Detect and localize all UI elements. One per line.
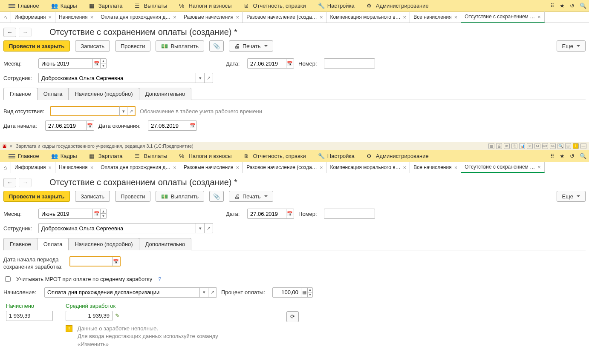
tab-6[interactable]: Все начисления×: [410, 11, 461, 23]
calendar-icon[interactable]: 📅: [286, 209, 294, 218]
tab-0[interactable]: Информация×: [11, 11, 55, 23]
date-field[interactable]: 📅: [247, 209, 294, 219]
tb-icon[interactable]: M: [534, 143, 540, 149]
calendar-icon[interactable]: 📅: [286, 59, 294, 68]
edit-icon[interactable]: ✎: [115, 312, 120, 319]
tab-3[interactable]: Разовые начисления×: [180, 162, 243, 173]
history-icon[interactable]: ↺: [570, 153, 575, 159]
accrual-input[interactable]: [45, 288, 199, 297]
month-spinner[interactable]: ▲▼: [100, 209, 106, 218]
more-button[interactable]: Еще: [557, 191, 586, 202]
tb-icon[interactable]: 📊: [519, 143, 525, 149]
avg-field[interactable]: [66, 311, 113, 321]
date-input[interactable]: [248, 209, 286, 218]
print-button[interactable]: 🖨Печать: [229, 40, 273, 52]
minimize-icon[interactable]: —: [580, 143, 586, 149]
close-icon[interactable]: ×: [454, 164, 458, 171]
employee-input[interactable]: [39, 73, 196, 83]
inner-tab-pay[interactable]: Оплата: [37, 88, 69, 100]
employee-field[interactable]: ▾ ↗: [38, 223, 213, 233]
dropdown-icon[interactable]: ▾: [196, 224, 204, 233]
tb-icon[interactable]: M+: [542, 143, 548, 149]
attach-button[interactable]: 📎: [209, 191, 224, 202]
number-field[interactable]: [324, 58, 375, 69]
close-icon[interactable]: ×: [48, 14, 52, 20]
tb-icon[interactable]: 🗎: [504, 143, 510, 149]
open-icon[interactable]: ↗: [208, 288, 217, 297]
tab-4[interactable]: Разовое начисление (созда…×: [243, 11, 326, 23]
tab-4[interactable]: Разовое начисление (созда…×: [243, 162, 326, 173]
close-icon[interactable]: ×: [320, 164, 323, 171]
dropdown-icon[interactable]: ▾: [119, 106, 127, 116]
calendar-icon[interactable]: 📅: [86, 121, 94, 130]
print-button[interactable]: 🖨Печать: [229, 191, 273, 202]
forward-button[interactable]: →: [19, 178, 32, 187]
inner-tab-detailed[interactable]: Начислено (подробно): [68, 238, 139, 250]
dropdown-icon[interactable]: ▾: [10, 143, 12, 149]
menu-salary[interactable]: ▦Зарплата: [83, 150, 129, 162]
tb-icon[interactable]: ⎘: [511, 143, 517, 149]
tb-icon[interactable]: 31: [527, 143, 533, 149]
end-date-field[interactable]: 📅: [148, 120, 197, 131]
tab-7[interactable]: Отсутствие с сохранением …×: [461, 11, 544, 23]
tab-2[interactable]: Оплата дня прохождения д…×: [97, 162, 180, 173]
close-icon[interactable]: ×: [236, 164, 240, 171]
back-button[interactable]: ←: [3, 178, 16, 187]
close-icon[interactable]: ×: [173, 14, 176, 20]
star-icon[interactable]: ★: [560, 153, 565, 159]
percent-spinner[interactable]: ▲▼: [307, 288, 312, 297]
menu-reports[interactable]: 🗎Отчетность, справки: [238, 150, 312, 162]
close-icon[interactable]: ×: [173, 164, 176, 171]
start-date-input[interactable]: [46, 121, 86, 130]
tb-icon[interactable]: ⊞: [565, 143, 571, 149]
date-input[interactable]: [248, 59, 286, 68]
tb-icon[interactable]: M-: [550, 143, 556, 149]
more-button[interactable]: Еще: [557, 40, 586, 52]
close-icon[interactable]: ×: [403, 164, 407, 171]
post-close-button[interactable]: Провести и закрыть: [3, 191, 70, 202]
dropdown-icon[interactable]: ▾: [196, 73, 204, 83]
absence-type-input[interactable]: [51, 106, 119, 116]
home-tab[interactable]: ⌂: [0, 162, 11, 173]
menu-admin[interactable]: ⚙Администрирование: [361, 0, 435, 12]
tb-icon[interactable]: 🔍: [557, 143, 563, 149]
menu-settings[interactable]: 🔧Настройка: [312, 150, 361, 162]
absence-type-field[interactable]: ▾ ↗: [50, 106, 136, 116]
tab-1[interactable]: Начисления×: [55, 11, 97, 23]
calendar-icon[interactable]: 📅: [112, 257, 120, 266]
menu-hr[interactable]: 👥Кадры: [45, 0, 83, 12]
number-input[interactable]: [324, 209, 375, 218]
apps-icon[interactable]: ⠿: [550, 153, 554, 159]
period-start-field[interactable]: 📅: [69, 256, 121, 267]
inner-tab-detailed[interactable]: Начислено (подробно): [68, 88, 139, 100]
search-icon[interactable]: 🔍: [580, 153, 586, 159]
number-input[interactable]: [324, 59, 375, 68]
calendar-icon[interactable]: 📅: [92, 209, 100, 218]
employee-field[interactable]: ▾ ↗: [38, 73, 213, 83]
inner-tab-extra[interactable]: Дополнительно: [139, 238, 192, 250]
menu-hr[interactable]: 👥Кадры: [45, 150, 83, 162]
home-tab[interactable]: ⌂: [0, 11, 11, 23]
menu-admin[interactable]: ⚙Администрирование: [361, 150, 435, 162]
save-button[interactable]: Записать: [75, 191, 110, 202]
tab-5[interactable]: Компенсация морального в…×: [326, 162, 410, 173]
close-icon[interactable]: ×: [236, 14, 240, 20]
tab-3[interactable]: Разовые начисления×: [180, 11, 243, 23]
menu-payments[interactable]: ☰Выплаты: [129, 0, 173, 12]
post-close-button[interactable]: Провести и закрыть: [3, 40, 70, 52]
tb-icon[interactable]: 🖨: [496, 143, 502, 149]
help-icon[interactable]: i: [573, 143, 579, 149]
tab-2[interactable]: Оплата дня прохождения д…×: [97, 11, 180, 23]
post-button[interactable]: Провести: [115, 40, 151, 52]
inner-tab-pay[interactable]: Оплата: [37, 238, 69, 250]
apps-icon[interactable]: ⠿: [550, 3, 554, 9]
number-field[interactable]: [324, 209, 375, 219]
open-icon[interactable]: ↗: [204, 73, 213, 83]
open-icon[interactable]: ↗: [127, 106, 135, 116]
calendar-icon[interactable]: 📅: [92, 59, 100, 68]
close-icon[interactable]: ×: [403, 14, 407, 20]
inner-tab-extra[interactable]: Дополнительно: [139, 88, 192, 100]
close-icon[interactable]: ×: [320, 14, 323, 20]
inner-tab-main[interactable]: Главное: [3, 88, 38, 100]
menu-settings[interactable]: 🔧Настройка: [312, 0, 361, 12]
